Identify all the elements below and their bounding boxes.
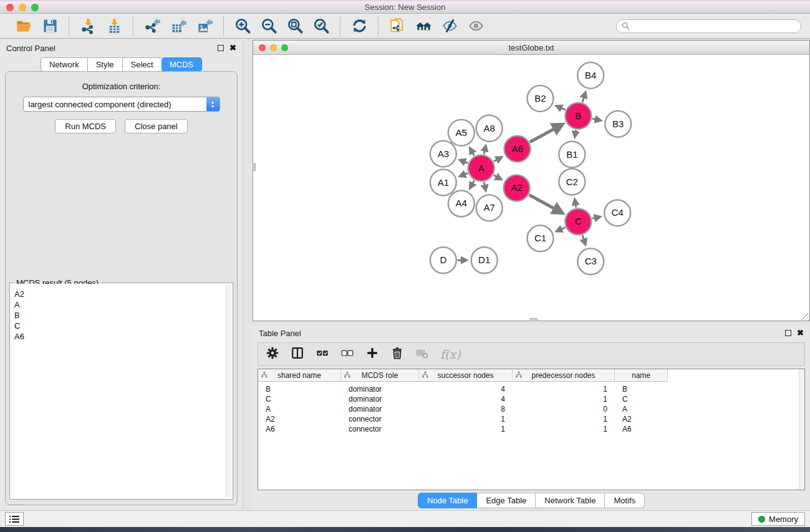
import-table-button[interactable] (103, 16, 125, 36)
table-scrollbar[interactable] (799, 369, 804, 490)
tab-network[interactable]: Network (41, 57, 88, 72)
open-network-file-button[interactable] (386, 16, 408, 36)
graph-edge-A6-B[interactable] (530, 128, 556, 142)
tab-select[interactable]: Select (123, 57, 162, 72)
graph-edge-A-A5[interactable] (472, 152, 474, 156)
panel-divider-grip[interactable] (530, 318, 538, 321)
graph-edge-B-B3[interactable] (592, 118, 596, 119)
memory-label: Memory (769, 515, 798, 524)
select-all-rows-button[interactable] (316, 346, 329, 362)
function-builder-button[interactable]: f(x) (440, 347, 461, 361)
delete-table-button[interactable] (415, 346, 429, 362)
zoom-selected-icon (313, 17, 330, 34)
list-item[interactable]: A2 (14, 289, 229, 299)
resize-grip-icon[interactable] (802, 313, 809, 321)
tab-network-table[interactable]: Network Table (536, 493, 605, 508)
hide-graphics-details-button[interactable] (438, 16, 461, 36)
column-header-shared-name[interactable]: shared name (258, 369, 341, 382)
export-network-button[interactable] (141, 16, 163, 36)
float-panel-icon[interactable] (218, 45, 224, 51)
tab-style[interactable]: Style (88, 57, 123, 72)
graph-edge-A-A6[interactable] (494, 160, 498, 162)
list-item[interactable]: B (14, 310, 229, 321)
zoom-selected-button[interactable] (310, 16, 332, 36)
network-graph[interactable]: B4B2BB3A5A8A6A3B1AA1C2A2A4A7CC4C1C3DD1 (253, 55, 809, 321)
zoom-out-button[interactable] (258, 16, 280, 36)
show-graphics-details-button[interactable] (465, 16, 487, 36)
eye-slash-icon (441, 17, 458, 34)
export-table-button[interactable] (167, 16, 190, 36)
tab-mcds[interactable]: MCDS (162, 57, 202, 72)
memory-button[interactable]: Memory (751, 512, 805, 526)
create-column-button[interactable] (365, 346, 379, 362)
table-cell: C (615, 395, 668, 404)
graph-edge-A2-C[interactable] (529, 195, 556, 209)
delete-column-button[interactable] (390, 346, 404, 362)
zoom-out-icon (261, 17, 277, 34)
export-image-button[interactable] (193, 16, 216, 36)
float-panel-icon[interactable] (785, 330, 791, 336)
graph-edge-A-A8[interactable] (484, 150, 485, 154)
table-row[interactable]: Bdominator41B (258, 384, 804, 394)
close-panel-button[interactable]: Close panel (125, 119, 188, 133)
table-cell: dominator (341, 405, 419, 414)
table-cell: 1 (513, 415, 615, 423)
tab-edge-table[interactable]: Edge Table (477, 493, 536, 508)
refresh-view-button[interactable] (348, 16, 370, 36)
graph-edge-A-A7[interactable] (484, 182, 485, 186)
table-row[interactable]: Cdominator41C (258, 394, 804, 404)
table-row[interactable]: A2connector11A2 (258, 414, 804, 424)
graph-node-label: B4 (585, 70, 596, 80)
list-item[interactable]: A (14, 299, 229, 310)
task-history-button[interactable] (5, 512, 24, 526)
close-panel-icon[interactable]: ✖ (229, 45, 236, 51)
table-row[interactable]: Adominator80A (258, 404, 804, 414)
main-toolbar (0, 14, 810, 39)
graph-edge-B-B4[interactable] (582, 97, 584, 102)
tab-motifs[interactable]: Motifs (605, 493, 645, 508)
zoom-fit-button[interactable] (284, 16, 306, 36)
column-header-name[interactable]: name (615, 369, 668, 382)
graph-edge-A-A4[interactable] (472, 181, 474, 185)
table-row[interactable]: A6connector11A6 (258, 424, 804, 434)
search-box[interactable] (616, 19, 801, 33)
deselect-all-rows-button[interactable] (340, 346, 354, 362)
run-mcds-button[interactable]: Run MCDS (55, 119, 116, 133)
table-settings-button[interactable] (266, 346, 279, 362)
graph-edge-A-A2[interactable] (494, 175, 498, 177)
panel-divider-grip[interactable] (253, 163, 256, 171)
graph-node-label: C2 (566, 177, 578, 187)
show-columns-button[interactable] (291, 346, 304, 362)
tab-node-table[interactable]: Node Table (418, 493, 478, 508)
save-session-button[interactable] (39, 16, 61, 36)
network-canvas[interactable]: B4B2BB3A5A8A6A3B1AA1C2A2A4A7CC4C1C3DD1 (253, 55, 809, 321)
graph-edge-B-B1[interactable] (576, 130, 576, 132)
graph-edge-C-C3[interactable] (582, 235, 584, 240)
mcds-result-list[interactable]: A2ABCA6 (11, 284, 232, 498)
graph-edge-B-B2[interactable] (561, 108, 565, 110)
open-session-button[interactable] (12, 16, 35, 36)
graph-edge-A-A1[interactable] (464, 173, 468, 175)
selected-criterion: largest connected component (directed) (24, 100, 206, 109)
column-header-mcds-role[interactable]: MCDS role (341, 369, 419, 382)
zoom-in-button[interactable] (231, 16, 254, 36)
column-header-predecessor-nodes[interactable]: predecessor nodes (513, 369, 615, 382)
export-image-icon (196, 17, 213, 34)
list-item[interactable]: A6 (14, 331, 229, 342)
import-network-button[interactable] (77, 16, 99, 36)
home-view-button[interactable] (412, 16, 435, 36)
graph-edge-C-C4[interactable] (592, 218, 595, 218)
list-scrollbar[interactable] (226, 284, 231, 498)
close-panel-icon[interactable]: ✖ (797, 330, 804, 336)
graph-edge-C-C2[interactable] (576, 204, 576, 208)
graph-edge-A-A3[interactable] (464, 162, 468, 163)
attribute-icon (261, 372, 268, 378)
graph-edge-C-C1[interactable] (561, 228, 565, 230)
list-item[interactable]: C (14, 321, 229, 331)
attribute-icon (344, 372, 350, 378)
search-input[interactable] (633, 22, 796, 31)
column-header-successor-nodes[interactable]: successor nodes (419, 369, 513, 382)
network-view-window: testGlobe.txt B4B2BB3A5A8A6A3B1AA1C2A2A4… (253, 40, 810, 321)
optimization-criterion-select[interactable]: largest connected component (directed) ▲… (23, 97, 220, 112)
graph-node-label: A (478, 163, 485, 173)
